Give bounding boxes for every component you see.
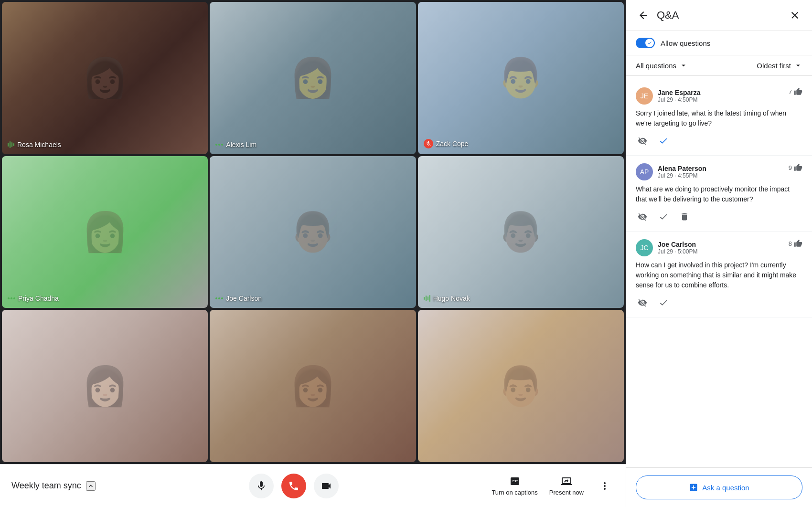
hide-question-1-button[interactable]: [636, 134, 649, 148]
question-header-2: AP Alena Paterson Jul 29 · 4:55PM 9: [636, 163, 802, 180]
video-cell-p7: 👩🏻: [2, 310, 208, 462]
allow-questions-row: Allow questions: [626, 31, 812, 55]
avatar-jane: JE: [636, 87, 653, 105]
participant-name-priya: Priya Chadha: [8, 295, 59, 302]
question-item-3: JC Joe Carlson Jul 29 · 5:00PM 8 How can…: [626, 232, 812, 317]
question-text-3: How can I get involved in this project? …: [636, 260, 802, 290]
like-count-3: 8: [789, 239, 802, 248]
like-count-1: 7: [789, 87, 802, 96]
video-cell-rosa: 👩🏿 Rosa Michaels: [2, 2, 208, 154]
captions-label: Turn on captions: [491, 489, 537, 496]
captions-button[interactable]: Turn on captions: [491, 475, 537, 496]
question-item-2: AP Alena Paterson Jul 29 · 4:55PM 9 What…: [626, 156, 812, 232]
qa-header-left: Q&A: [636, 8, 679, 23]
hide-question-3-button[interactable]: [636, 296, 649, 309]
mic-indicator-hugo: [424, 295, 430, 302]
user-info-joe-q: Joe Carlson Jul 29 · 5:00PM: [658, 241, 697, 255]
qa-back-button[interactable]: [636, 8, 651, 23]
video-grid: 👩🏿 Rosa Michaels 👩 Alexis Lim: [0, 0, 626, 464]
meeting-title-area: Weekly team sync: [11, 481, 96, 491]
controls-center: [249, 474, 339, 498]
qa-filters: All questions Oldest first: [626, 55, 812, 76]
allow-questions-toggle[interactable]: [636, 38, 655, 48]
qa-title: Q&A: [657, 9, 679, 21]
more-options-button[interactable]: [595, 476, 614, 496]
video-cell-p9: 👨🏽: [418, 310, 624, 462]
microphone-button[interactable]: [249, 474, 274, 498]
camera-button[interactable]: [314, 474, 339, 498]
video-area: 👩🏿 Rosa Michaels 👩 Alexis Lim: [0, 0, 626, 507]
video-cell-hugo: 👨🏿 Hugo Novak: [418, 156, 624, 308]
participant-name-rosa: Rosa Michaels: [8, 141, 61, 148]
question-actions-1: [636, 134, 802, 148]
user-info-jane: Jane Esparza Jul 29 · 4:50PM: [658, 89, 701, 103]
all-questions-filter[interactable]: All questions: [636, 61, 688, 70]
end-call-button[interactable]: [281, 474, 306, 498]
expand-meeting-button[interactable]: [86, 481, 96, 491]
video-cell-alexis: 👩 Alexis Lim: [210, 2, 416, 154]
user-info-alena: Alena Paterson Jul 29 · 4:55PM: [658, 165, 706, 179]
video-cell-p8: 👩🏽: [210, 310, 416, 462]
present-label: Present now: [549, 489, 584, 496]
question-user-2: AP Alena Paterson Jul 29 · 4:55PM: [636, 163, 706, 180]
question-header-3: JC Joe Carlson Jul 29 · 5:00PM 8: [636, 239, 802, 256]
participant-name-alexis: Alexis Lim: [215, 141, 256, 148]
mic-muted-zack: [424, 139, 433, 148]
question-item-1: JE Jane Esparza Jul 29 · 4:50PM 7 Sorry …: [626, 80, 812, 156]
participant-name-joe: Joe Carlson: [215, 295, 262, 302]
qa-footer: Ask a question: [626, 467, 812, 507]
qa-header: Q&A: [626, 0, 812, 31]
participant-name-zack: Zack Cope: [424, 139, 469, 148]
question-user-1: JE Jane Esparza Jul 29 · 4:50PM: [636, 87, 701, 105]
video-cell-zack: 👨 Zack Cope: [418, 2, 624, 154]
avatar-joe: JC: [636, 239, 653, 256]
question-text-2: What are we doing to proactively monitor…: [636, 184, 802, 204]
qa-questions-list: JE Jane Esparza Jul 29 · 4:50PM 7 Sorry …: [626, 76, 812, 467]
video-cell-joe: 👨🏾 Joe Carlson: [210, 156, 416, 308]
check-question-3-button[interactable]: [657, 296, 670, 309]
avatar-alena: AP: [636, 163, 653, 180]
question-actions-3: [636, 296, 802, 309]
video-cell-priya: 👩🏽 Priya Chadha: [2, 156, 208, 308]
question-user-3: JC Joe Carlson Jul 29 · 5:00PM: [636, 239, 697, 256]
qa-panel: Q&A Allow questions All questions O: [626, 0, 812, 507]
more-dots-alexis: [215, 144, 223, 146]
ask-question-button[interactable]: Ask a question: [636, 475, 802, 499]
question-text-1: Sorry I joined late, what is the latest …: [636, 108, 802, 128]
check-question-2-button[interactable]: [657, 210, 670, 223]
mic-indicator-rosa: [8, 141, 14, 148]
bottom-bar: Weekly team sync: [0, 464, 626, 507]
meeting-title-text: Weekly team sync: [11, 481, 81, 491]
toggle-knob: [645, 39, 654, 47]
sort-filter[interactable]: Oldest first: [757, 61, 802, 70]
question-actions-2: [636, 210, 802, 223]
participant-name-hugo: Hugo Novak: [424, 295, 470, 302]
like-count-2: 9: [789, 163, 802, 172]
controls-right: Turn on captions Present now: [491, 475, 614, 496]
present-now-button[interactable]: Present now: [549, 475, 584, 496]
delete-question-2-button[interactable]: [678, 210, 691, 223]
ask-question-label: Ask a question: [702, 484, 749, 492]
question-header-1: JE Jane Esparza Jul 29 · 4:50PM 7: [636, 87, 802, 105]
hide-question-2-button[interactable]: [636, 210, 649, 223]
check-question-1-button[interactable]: [657, 134, 670, 148]
allow-questions-label: Allow questions: [661, 39, 710, 47]
qa-close-button[interactable]: [787, 8, 802, 23]
